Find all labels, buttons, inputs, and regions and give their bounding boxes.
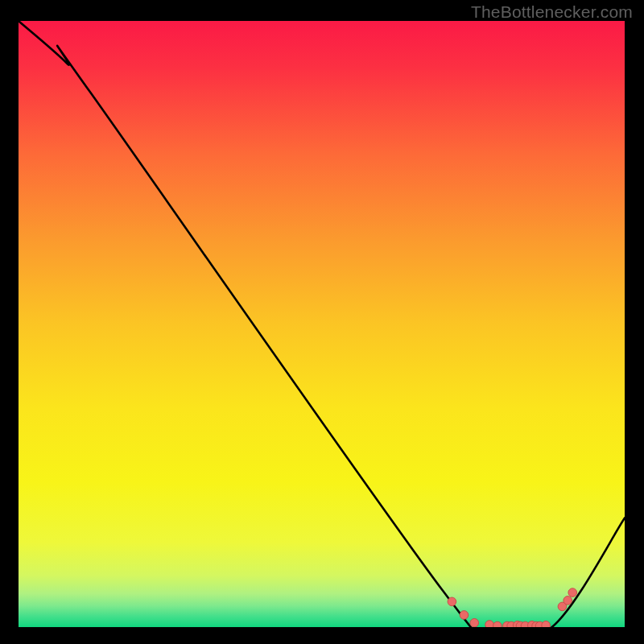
plot-area — [19, 21, 625, 627]
attribution-text: TheBottlenecker.com — [471, 2, 633, 22]
data-dot — [448, 597, 456, 606]
chart-frame: TheBottlenecker.com — [0, 0, 644, 644]
data-dot — [460, 611, 469, 620]
data-dot — [493, 621, 502, 627]
data-dot — [542, 621, 551, 627]
gradient-background — [19, 21, 625, 627]
data-dot — [564, 597, 572, 605]
data-dot — [485, 621, 494, 627]
data-dot — [568, 588, 577, 597]
plot-svg — [19, 21, 625, 627]
data-dot — [470, 618, 479, 627]
